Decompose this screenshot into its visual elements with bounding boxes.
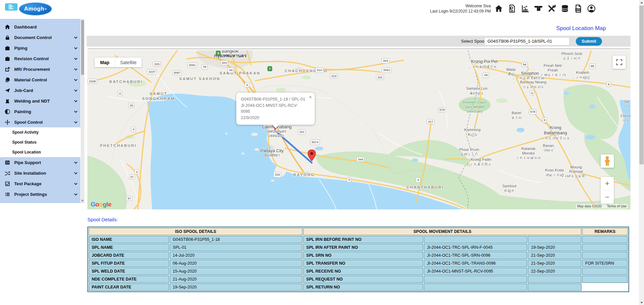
scrollbar-thumb[interactable] xyxy=(639,6,644,164)
sidebar-item-welding-and-ndt[interactable]: Welding and NDT xyxy=(0,96,80,106)
ledger-icon xyxy=(5,160,10,165)
sidebar-item-pipe-support[interactable]: Pipe Support xyxy=(0,157,80,168)
iso-name-label-cell: NDE COMPLETE DATE xyxy=(89,276,169,283)
chevron-down-icon xyxy=(74,182,77,185)
map-attribution: Map data ©2020 Terms of Use xyxy=(576,204,628,208)
scroll-down-icon[interactable] xyxy=(639,300,644,305)
sidebar-item-piping[interactable]: Piping xyxy=(0,43,80,53)
contrast-icon xyxy=(5,109,10,114)
sidebar-item-label: Project Settings xyxy=(14,192,47,197)
sidebar-item-test-package[interactable]: Test Package xyxy=(0,178,80,189)
remarks-cell xyxy=(582,252,628,259)
sidebar-item-material-control[interactable]: Material Control xyxy=(0,74,80,85)
iso-value-cell: 21-Aug-2020 xyxy=(170,276,303,283)
sidebar-item-site-installation[interactable]: Site Installation xyxy=(0,168,80,178)
chevron-down-icon xyxy=(74,192,77,196)
scroll-up-icon[interactable] xyxy=(639,0,644,5)
zoom-out-button[interactable]: − xyxy=(601,191,614,204)
sidebar-item-project-settings[interactable]: Project Settings xyxy=(0,189,80,199)
database-icon[interactable] xyxy=(560,4,569,13)
google-logo[interactable]: Google xyxy=(91,201,111,208)
zoom-control: + − xyxy=(601,177,614,204)
iso-name-label-cell: SPL WELD DATE xyxy=(89,268,169,275)
movement-label-cell: SPL TRANSFER NO xyxy=(303,260,423,267)
sidebar-item-spool-control[interactable]: Spool Control xyxy=(0,117,80,127)
sidebar-item-label: Piping xyxy=(14,46,27,51)
profile-caret-icon[interactable]: ^ xyxy=(592,4,594,8)
top-header: Amogh® Welcome Siva Last Login 9/22/2020… xyxy=(0,0,644,19)
sidebar-item-painting[interactable]: Painting xyxy=(0,106,80,117)
zoom-in-button[interactable]: + xyxy=(601,177,614,190)
external-icon xyxy=(5,66,10,72)
pipe-icon[interactable] xyxy=(534,4,543,13)
map-marker-icon-2[interactable] xyxy=(307,150,316,161)
table-row: SPL WELD DATE15-Aug-2020SPL RECEIVE NOJI… xyxy=(89,268,628,275)
menu-toggle-icon[interactable] xyxy=(5,3,18,11)
sidebar-item-label: Test Package xyxy=(14,181,41,186)
sidebar-item-label: MR/ Procurement xyxy=(14,67,50,72)
spool-select-input[interactable] xyxy=(484,37,570,45)
movement-label-cell: SPL SRN NO xyxy=(303,252,423,259)
sidebar-scrollbar-thumb[interactable] xyxy=(81,20,84,75)
sidebar-item-document-control[interactable]: Document Control xyxy=(0,32,80,43)
remarks-cell xyxy=(582,244,628,251)
chart-icon[interactable] xyxy=(521,4,529,13)
chevron-down-icon xyxy=(74,109,77,113)
sidebar-item-job-card[interactable]: Job-Card xyxy=(0,85,80,96)
table-header-cell: SPOOL MOVEMENT DETAILS xyxy=(303,228,581,235)
movement-doc-cell: JI-2044-OC1-TRC-SPL-TRANS-0096 xyxy=(424,260,527,267)
iso-name-label-cell: SPL NAME xyxy=(89,244,169,251)
sidebar-item-dashboard[interactable]: Dashboard xyxy=(0,22,80,32)
shuffle-icon xyxy=(5,170,10,176)
map-type-satellite-button[interactable]: Satellite xyxy=(115,58,142,67)
sidebar-item-label: Site Installation xyxy=(14,171,46,176)
spool-location-map[interactable]: BangkokกรุงเทพมหานครCHACHOENGSAOSAMUT PR… xyxy=(87,50,630,209)
logo-text: Amogh xyxy=(24,6,44,12)
sidebar-subitem-spool-activity[interactable]: Spool Activity xyxy=(0,127,80,137)
iso-name-label-cell: PAINT CLEAR DATE xyxy=(89,283,169,291)
sidebar-item-mr-procurement[interactable]: MR/ Procurement xyxy=(0,64,80,74)
movement-label-cell: SPL RETURN NO xyxy=(303,283,423,291)
movement-date-cell xyxy=(528,236,581,243)
movement-doc-cell xyxy=(424,276,527,283)
sidebar-subitem-spool-location[interactable]: Spool Location xyxy=(0,147,80,157)
sidebar-scroll-down-icon[interactable] xyxy=(81,199,84,203)
fullscreen-icon[interactable] xyxy=(613,56,626,69)
chevron-down-icon xyxy=(74,171,77,174)
log-icon[interactable]: LOG xyxy=(574,4,582,13)
pegman-street-view-icon[interactable] xyxy=(601,154,614,168)
infowindow-close-icon[interactable]: × xyxy=(309,95,312,99)
map-horizontal-scrollbar[interactable] xyxy=(87,48,630,50)
plane-icon xyxy=(5,88,10,93)
home-icon[interactable] xyxy=(494,4,503,13)
submit-button[interactable]: Submit xyxy=(576,37,602,46)
check-icon xyxy=(5,181,10,187)
page-title: Spool Location Map xyxy=(87,25,630,32)
home-icon xyxy=(5,24,10,30)
iso-value-cell: 14-Jul-2020 xyxy=(170,252,303,259)
iso-value-cell: 06-Aug-2020 xyxy=(170,260,303,267)
chevron-down-icon xyxy=(74,35,77,39)
sidebar-item-label: Document Control xyxy=(14,35,52,40)
table-row: PAINT CLEAR DATE19-Sep-2020SPL RETURN NO xyxy=(89,283,628,291)
movement-date-cell: 21-Sep-2020 xyxy=(528,252,581,259)
profile-icon[interactable] xyxy=(587,4,596,13)
sidebar-item-revision-control[interactable]: Revision Control xyxy=(0,53,80,64)
spool-details-title: Spool Details: xyxy=(87,217,118,222)
tools-icon[interactable] xyxy=(547,4,556,13)
remarks-cell xyxy=(582,268,628,275)
document-search-icon[interactable] xyxy=(507,4,516,13)
page-scrollbar[interactable] xyxy=(639,0,644,305)
sidebar-scrollbar[interactable] xyxy=(81,19,84,203)
infowindow-date: 22/9/2020 xyxy=(241,115,307,121)
terms-of-use-link[interactable]: Terms of Use xyxy=(607,204,626,208)
movement-label-cell: SPL IRN BEFORE PAINT NO xyxy=(303,236,423,243)
movement-date-cell: 21-Sep-2020 xyxy=(528,260,581,267)
table-header-cell: REMARKS xyxy=(582,228,628,235)
map-type-map-button[interactable]: Map xyxy=(95,58,115,67)
select-spool-label: Select Spool xyxy=(461,39,485,44)
chevron-down-icon xyxy=(74,160,77,164)
registered-mark: ® xyxy=(45,8,47,11)
sidebar-subitem-spool-status[interactable]: Spool Status xyxy=(0,137,80,147)
table-row: SPL FITUP DATE06-Aug-2020SPL TRANSFER NO… xyxy=(89,260,628,267)
